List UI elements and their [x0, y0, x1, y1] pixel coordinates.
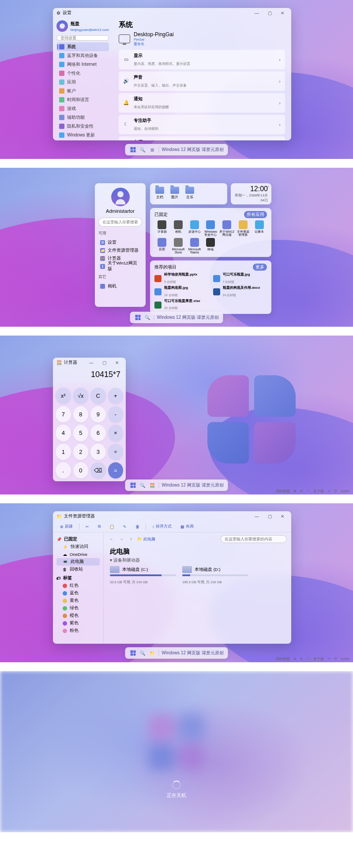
tag-item[interactable]: 黄色: [56, 597, 100, 604]
sidebar-item-5[interactable]: 账户: [56, 87, 109, 95]
calc-key-×[interactable]: ×: [108, 425, 124, 441]
sidebar-item-9[interactable]: 隐私和安全性: [56, 122, 109, 131]
pinned-app[interactable]: 反馈中心: [187, 220, 202, 236]
tag-item[interactable]: 红色: [56, 582, 100, 589]
sidebar-item[interactable]: ⚡快速访问: [56, 543, 100, 551]
calc-key-0[interactable]: 0: [73, 462, 89, 479]
download-all[interactable]: 全下载: [313, 489, 324, 494]
sidebar-item-7[interactable]: 游戏: [56, 104, 109, 113]
pinned-app[interactable]: 文件资源管理器: [236, 220, 251, 236]
pinned-app[interactable]: 记事本: [252, 220, 267, 236]
tool-icon[interactable]: ⊕: [293, 657, 297, 661]
tool-icon[interactable]: ♡: [307, 657, 310, 661]
setting-card-2[interactable]: 🔔通知来自系统和应用的提醒›: [119, 93, 285, 113]
sort-button[interactable]: ↕排序方式: [150, 523, 174, 530]
pinned-app[interactable]: Microsoft Store: [171, 238, 186, 254]
drive[interactable]: 本地磁盘 (D:)195.3 GB 可用, 共 216 GB: [182, 566, 248, 585]
all-apps-button[interactable]: 所有应用: [244, 211, 267, 218]
search-input[interactable]: [56, 35, 109, 41]
tag-item[interactable]: 绿色: [56, 604, 100, 612]
explorer-task-icon[interactable]: 📁: [149, 649, 156, 657]
start-button[interactable]: [129, 482, 136, 489]
tool-icon[interactable]: ↗: [327, 489, 330, 493]
calc-key-2[interactable]: 2: [73, 444, 89, 460]
tool-icon[interactable]: ☰: [334, 657, 337, 661]
recommended-item[interactable]: 可口可乐瓶盖厚度.xlsx35 分钟前: [154, 299, 209, 311]
recommended-item[interactable]: 瓶盖的构造及作用.docx24 分钟前: [213, 286, 267, 298]
layout-button[interactable]: ▦布局: [178, 523, 196, 530]
calc-key-1[interactable]: 1: [56, 444, 71, 460]
setting-card-3[interactable]: ☾专注助手通知、自动规则›: [119, 115, 285, 134]
breadcrumb[interactable]: 📁 此电脑: [137, 536, 155, 542]
tool-icon[interactable]: ⟳: [300, 489, 303, 493]
minimize-button[interactable]: ―: [252, 9, 262, 17]
folder-shortcut[interactable]: 图片: [170, 187, 179, 201]
calc-key-9[interactable]: 9: [90, 406, 106, 423]
folder-shortcut[interactable]: 音乐: [185, 187, 194, 201]
calc-key--[interactable]: -: [108, 406, 124, 423]
paste-icon[interactable]: 📋: [107, 524, 117, 530]
sidebar-item-3[interactable]: 个性化: [56, 69, 109, 78]
tool-icon[interactable]: ♡: [307, 489, 310, 493]
calc-key-⌫[interactable]: ⌫: [90, 462, 106, 479]
calc-key-.[interactable]: .: [56, 462, 71, 479]
more-button[interactable]: 更多: [253, 264, 267, 271]
calc-key-√x[interactable]: √x: [73, 388, 89, 404]
back-button[interactable]: ←: [108, 537, 115, 541]
folder-shortcut[interactable]: 文档: [155, 187, 164, 201]
pinned-app[interactable]: 相机: [171, 220, 186, 236]
start-button[interactable]: [129, 649, 136, 657]
recommended-item[interactable]: 可口可乐瓶盖.jpg7 分钟前: [213, 273, 267, 285]
clock-panel[interactable]: ⤢ 12:00 星期一，2368年13月34日: [231, 183, 271, 204]
close-button[interactable]: ✕: [277, 9, 288, 17]
maximize-button[interactable]: ▢: [264, 9, 275, 17]
sidebar-item-4[interactable]: 应用: [56, 78, 109, 87]
sidebar-item[interactable]: 🗑回收站: [56, 566, 100, 573]
calc-key-8[interactable]: 8: [73, 406, 89, 423]
start-item[interactable]: 相机: [98, 282, 142, 290]
calc-key-7[interactable]: 7: [56, 406, 71, 423]
start-button[interactable]: [129, 146, 136, 153]
tag-item[interactable]: 粉色: [56, 627, 100, 634]
sidebar-item-8[interactable]: 辅助功能: [56, 113, 109, 122]
rename-icon[interactable]: ✎: [120, 524, 129, 530]
start-item[interactable]: ⚙设置: [98, 238, 142, 246]
search-input[interactable]: [98, 218, 142, 226]
tool-icon[interactable]: ☰: [334, 489, 337, 493]
start-item[interactable]: ℹ关于Win12网页版: [98, 262, 142, 270]
copy-icon[interactable]: ⧉: [95, 523, 103, 530]
start-item[interactable]: 📁文件资源管理器: [98, 246, 142, 254]
forward-button[interactable]: →: [118, 537, 125, 541]
minimize-button[interactable]: ―: [86, 359, 97, 366]
zoom-level[interactable]: 100%: [341, 657, 349, 661]
calculator-task-icon[interactable]: 🧮: [149, 482, 156, 489]
sidebar-item[interactable]: ☁OneDrive: [56, 551, 100, 558]
new-button[interactable]: ⊕新建: [57, 523, 75, 530]
maximize-button[interactable]: ▢: [264, 512, 275, 520]
sidebar-item-6[interactable]: 时间和语言: [56, 95, 109, 104]
search-input[interactable]: [221, 535, 287, 543]
download-all[interactable]: 全下载: [313, 657, 324, 661]
task-view-icon[interactable]: ⊞: [149, 146, 156, 153]
sidebar-item-1[interactable]: 蓝牙和其他设备: [56, 51, 109, 60]
group-tags[interactable]: 🏷标签: [56, 575, 100, 581]
sidebar-item-0[interactable]: 系统: [56, 42, 109, 51]
avatar-icon[interactable]: [111, 188, 130, 206]
pinned-app[interactable]: 关于Win12网页版: [219, 220, 235, 236]
setting-card-0[interactable]: ▭显示显示器、亮度、夜间模式、显示设置›: [119, 50, 285, 69]
search-icon[interactable]: 🔍: [139, 649, 146, 657]
sidebar-item-2[interactable]: 网络和 Internet: [56, 60, 109, 69]
calc-key-3[interactable]: 3: [90, 444, 106, 460]
zoom-level[interactable]: 100%: [341, 489, 349, 493]
maximize-button[interactable]: ▢: [99, 359, 109, 366]
section-drives[interactable]: ▾ 设备和驱动器: [110, 558, 285, 563]
rename-link[interactable]: 重命名: [134, 42, 174, 46]
tool-icon[interactable]: ⟳: [300, 657, 303, 661]
delete-icon[interactable]: 🗑: [133, 524, 142, 530]
calc-key-x²[interactable]: x²: [56, 388, 71, 404]
tool-icon[interactable]: ↗: [327, 657, 330, 661]
calc-key-4[interactable]: 4: [56, 425, 71, 441]
calc-key-+[interactable]: +: [108, 388, 124, 404]
recommended-item[interactable]: 瓶盖构造图.jpg16 分钟前: [154, 286, 209, 298]
drive[interactable]: 本地磁盘 (C:)32.6 GB 可用, 共 143 GB: [110, 566, 176, 585]
